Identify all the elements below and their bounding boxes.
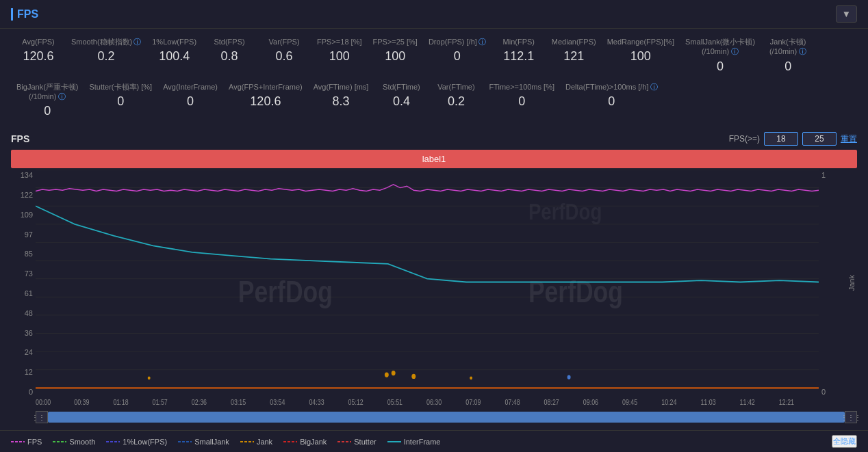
jank-dot [470,377,472,380]
x-axis: 00:00 00:39 01:18 01:57 02:36 03:15 03:5… [36,398,794,406]
jank-dot [148,377,151,380]
stat-jank: Jank(卡顿) (/10min) ⓘ 0 [761,34,815,77]
svg-text:01:57: 01:57 [153,398,168,406]
jank-info-icon[interactable]: ⓘ [799,47,806,55]
stat-std-ftime: Std(FTime) 0.4 [374,79,429,111]
label-bar: label1 [11,150,857,168]
svg-text:11:03: 11:03 [700,398,716,406]
svg-text:07:09: 07:09 [465,398,481,406]
drop-info-icon[interactable]: ⓘ [478,37,486,46]
legend-smalljank[interactable]: SmallJank [178,438,229,446]
stat-avg-ftime: Avg(FTime) [ms] 8.3 [308,79,374,111]
fps-threshold-2-input[interactable] [802,132,837,146]
legend-smooth-label: Smooth [69,438,95,446]
hide-all-button[interactable]: 全隐藏 [832,435,857,448]
reset-button[interactable]: 重置 [841,133,857,145]
chart-header: FPS FPS(>=) 重置 [11,132,857,146]
jank-dot [392,371,396,375]
svg-text:01:18: 01:18 [113,398,129,406]
svg-text:05:51: 05:51 [387,398,403,406]
legend-interframe[interactable]: InterFrame [387,438,441,446]
legend-fps-label: FPS [27,438,42,446]
stats-row-1: Avg(FPS) 120.6 Smooth(稳帧指数) ⓘ 0.2 1%Low(… [11,34,857,77]
stat-medrange-fps: MedRange(FPS)[%] 100 [602,34,680,66]
fps-controls: FPS(>=) 重置 [729,132,857,146]
svg-text:09:06: 09:06 [583,398,599,406]
svg-text:PerfDog: PerfDog [528,198,602,224]
legend-smalljank-label: SmallJank [194,438,229,446]
fps-threshold-1-input[interactable] [764,132,798,146]
smalljank-dot [567,375,571,380]
legend-bigjank-label: BigJank [300,438,327,446]
delta-info-icon[interactable]: ⓘ [650,82,658,92]
title-text: FPS [17,8,38,21]
stat-avg-fps-interframe: Avg(FPS+InterFrame) 120.6 [223,79,308,111]
y-axis-right: 1 0 [819,170,846,410]
svg-text:07:48: 07:48 [505,398,520,406]
legend-1plow[interactable]: 1%Low(FPS) [106,438,167,446]
stat-delta-ftime: Delta(FTime)>100ms [/h] ⓘ 0 [560,79,663,111]
svg-text:PerfDog: PerfDog [528,275,623,308]
stats-area: Avg(FPS) 120.6 Smooth(稳帧指数) ⓘ 0.2 1%Low(… [0,29,868,127]
legend-smooth[interactable]: Smooth [53,438,95,446]
fps-gte-label: FPS(>=) [729,134,760,144]
header: FPS ▼ [0,0,868,29]
legend-jank-label: Jank [257,438,272,446]
chart-title: FPS [11,133,29,144]
legend-bigjank[interactable]: BigJank [283,438,327,446]
page-title: FPS [11,8,38,21]
svg-text:06:30: 06:30 [426,398,442,406]
stat-var-fps: Var(FPS) 0.6 [257,34,311,66]
scrollbar-thumb[interactable] [48,412,845,423]
interframe-legend-icon [387,439,401,444]
svg-text:00:39: 00:39 [74,398,90,406]
1plow-legend-icon [106,439,120,444]
stat-median-fps: Median(FPS) 121 [546,34,602,66]
stat-var-ftime: Var(FTime) 0.2 [429,79,483,111]
stat-avg-fps: Avg(FPS) 120.6 [11,34,66,66]
svg-text:05:12: 05:12 [348,398,364,406]
stat-drop-fps: Drop(FPS) [/h] ⓘ 0 [423,34,492,66]
chart-main-area: 134 122 109 97 85 73 61 48 36 24 12 0 [11,170,857,410]
svg-text:08:27: 08:27 [544,398,560,406]
bigjank-info-icon[interactable]: ⓘ [58,92,66,101]
stutter-legend-icon [337,439,351,444]
jank-legend-icon [240,439,254,444]
legend: FPS Smooth 1%Low(FPS) SmallJank Jank Big… [0,430,868,452]
chart-section: FPS FPS(>=) 重置 label1 134 122 109 97 85 [0,127,868,430]
scrollbar-container: ⋮⋮⋮ ⋮⋮⋮ [36,411,857,423]
stat-small-jank: SmallJank(微小卡顿) (/10min) ⓘ 0 [680,34,761,77]
svg-rect-0 [36,170,819,393]
bigjank-legend-icon [283,439,297,444]
svg-text:00:00: 00:00 [36,398,51,406]
legend-jank[interactable]: Jank [240,438,272,446]
svg-text:11:42: 11:42 [740,398,756,406]
legend-stutter[interactable]: Stutter [337,438,376,446]
svg-text:PerfDog: PerfDog [238,275,333,308]
smalljank-info-icon[interactable]: ⓘ [731,47,739,55]
scroll-left-button[interactable]: ⋮⋮⋮ [36,411,48,423]
y-axis-left: 134 122 109 97 85 73 61 48 36 24 12 0 [11,170,36,410]
svg-text:03:54: 03:54 [270,398,285,406]
smooth-legend-icon [53,439,66,444]
jank-axis-container: Jank [846,170,857,410]
svg-text:03:15: 03:15 [231,398,246,406]
stat-ftime-gte100ms: FTime>=100ms [%] 0 [483,79,560,111]
stat-1plow: 1%Low(FPS) 100.4 [146,34,202,66]
chart-svg-area: PerfDog PerfDog PerfDog [36,170,819,410]
smooth-info-icon[interactable]: ⓘ [133,37,141,46]
fps-legend-icon [11,439,25,444]
stat-min-fps: Min(FPS) 112.1 [492,34,546,66]
svg-text:10:24: 10:24 [661,398,677,406]
stat-std-fps: Std(FPS) 0.8 [202,34,257,66]
scroll-right-button[interactable]: ⋮⋮⋮ [845,411,857,423]
svg-text:09:45: 09:45 [622,398,638,406]
legend-interframe-label: InterFrame [404,438,441,446]
dropdown-button[interactable]: ▼ [836,5,857,23]
legend-1plow-label: 1%Low(FPS) [123,438,167,446]
svg-text:04:33: 04:33 [309,398,324,406]
stat-fps-gte25: FPS>=25 [%] 100 [367,34,422,66]
stat-smooth: Smooth(稳帧指数) ⓘ 0.2 [66,34,146,66]
stat-avg-interframe: Avg(InterFrame) 0 [157,79,223,111]
legend-fps[interactable]: FPS [11,438,42,446]
